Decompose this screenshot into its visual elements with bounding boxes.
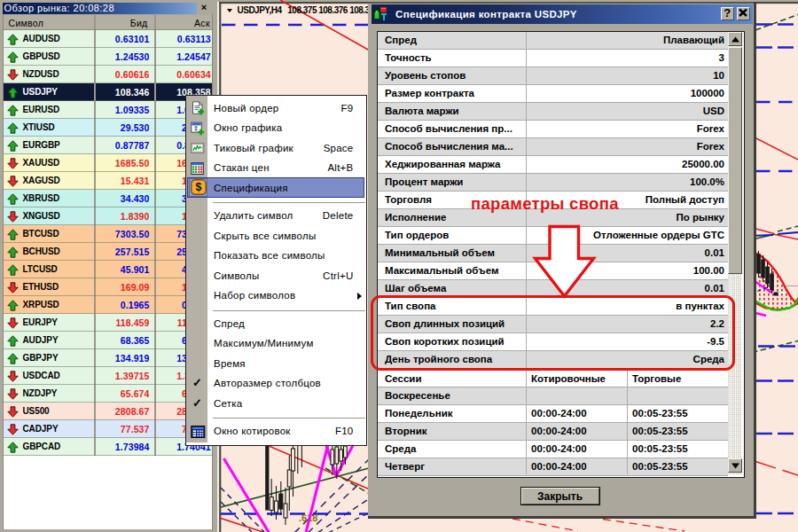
svg-text:$: $ xyxy=(195,181,201,193)
